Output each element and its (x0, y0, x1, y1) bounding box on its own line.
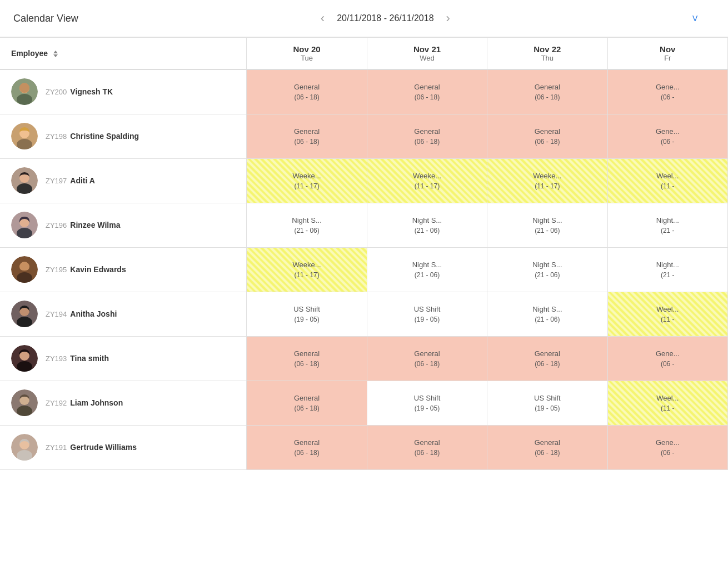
employee-name: Kavin Edwards (70, 265, 126, 274)
employee-cell[interactable]: ZY196Rinzee Wilma (0, 203, 247, 247)
shift-time: (19 - 05) (415, 404, 440, 412)
employee-cell[interactable]: ZY195Kavin Edwards (0, 247, 247, 292)
employee-cell[interactable]: ZY194Anitha Joshi (0, 292, 247, 336)
sort-icon (53, 51, 58, 57)
table-row: ZY197Aditi AWeeke...(11 - 17)Weeke...(11… (0, 158, 728, 203)
shift-cell[interactable]: General(06 - 18) (247, 114, 367, 158)
employee-cell[interactable]: ZY197Aditi A (0, 158, 247, 203)
shift-name: General (535, 83, 560, 91)
shift-cell[interactable]: Night S...(21 - 06) (367, 203, 487, 247)
shift-name: Night S... (532, 216, 562, 224)
employee-name-group: ZY195Kavin Edwards (46, 265, 126, 274)
shift-time: (11 - (661, 182, 675, 190)
table-row: ZY194Anitha JoshiUS Shift(19 - 05)US Shi… (0, 292, 728, 336)
shift-name: US Shift (414, 305, 441, 313)
day-col-2: Nov 22 Thu (487, 38, 607, 69)
employee-cell[interactable]: ZY200Vignesh TK (0, 69, 247, 114)
shift-cell[interactable]: Night S...(21 - 06) (487, 203, 607, 247)
shift-cell[interactable]: General(06 - 18) (367, 425, 487, 469)
column-headers: Employee Nov 20 Tue Nov 21 Wed Nov 22 (0, 38, 728, 69)
shift-time: (06 - 18) (294, 138, 319, 146)
shift-cell[interactable]: Gene...(06 - (607, 69, 727, 114)
shift-cell[interactable]: US Shift(19 - 05) (247, 292, 367, 336)
shift-cell[interactable]: Weeke...(11 - 17) (247, 247, 367, 292)
shift-time: (11 - (661, 404, 675, 412)
employee-cell[interactable]: ZY191Gertrude Williams (0, 425, 247, 469)
shift-name: Weel... (656, 305, 679, 313)
shift-name: Gene... (656, 83, 680, 91)
avatar (11, 345, 38, 372)
shift-cell[interactable]: Weel...(11 - (607, 158, 727, 203)
shift-cell[interactable]: General(06 - 18) (367, 114, 487, 158)
shift-time: (06 - 18) (535, 360, 560, 368)
shift-cell[interactable]: Night S...(21 - 06) (487, 292, 607, 336)
employee-cell[interactable]: ZY193Tina smith (0, 336, 247, 381)
employee-cell[interactable]: ZY192Liam Johnson (0, 381, 247, 425)
shift-cell[interactable]: Gene...(06 - (607, 425, 727, 469)
shift-time: (06 - 18) (415, 449, 440, 457)
shift-name: US Shift (293, 305, 320, 313)
view-link[interactable]: V (692, 14, 715, 23)
shift-cell[interactable]: General(06 - 18) (487, 336, 607, 381)
shift-cell[interactable]: General(06 - 18) (247, 69, 367, 114)
shift-cell[interactable]: US Shift(19 - 05) (367, 292, 487, 336)
employee-name: Liam Johnson (70, 398, 123, 407)
shift-cell[interactable]: General(06 - 18) (367, 336, 487, 381)
shift-cell[interactable]: Night S...(21 - 06) (367, 247, 487, 292)
shift-cell[interactable]: General(06 - 18) (367, 69, 487, 114)
shift-name: Night... (656, 216, 679, 224)
table-row: ZY196Rinzee WilmaNight S...(21 - 06)Nigh… (0, 203, 728, 247)
prev-arrow[interactable]: ‹ (315, 9, 330, 28)
date-range: 20/11/2018 - 26/11/2018 (337, 13, 433, 23)
shift-cell[interactable]: General(06 - 18) (247, 381, 367, 425)
shift-name: Weel... (656, 172, 679, 180)
shift-cell[interactable]: General(06 - 18) (247, 336, 367, 381)
shift-time: (11 - 17) (535, 182, 560, 190)
shift-cell[interactable]: Gene...(06 - (607, 336, 727, 381)
shift-cell[interactable]: Gene...(06 - (607, 114, 727, 158)
shift-cell[interactable]: General(06 - 18) (487, 114, 607, 158)
shift-cell[interactable]: Weeke...(11 - 17) (487, 158, 607, 203)
employee-column-header[interactable]: Employee (0, 38, 247, 69)
shift-cell[interactable]: Night S...(21 - 06) (487, 247, 607, 292)
shift-cell[interactable]: Weeke...(11 - 17) (367, 158, 487, 203)
avatar (11, 434, 38, 461)
employee-name: Aditi A (70, 176, 95, 185)
shift-name: General (414, 127, 440, 136)
shift-cell[interactable]: US Shift(19 - 05) (487, 381, 607, 425)
calendar-view-title: Calendar View (13, 13, 78, 24)
avatar (11, 78, 38, 105)
employee-id: ZY198 (46, 132, 67, 141)
shift-cell[interactable]: Night...(21 - (607, 247, 727, 292)
next-arrow[interactable]: › (441, 9, 456, 28)
shift-time: (06 - 18) (294, 93, 319, 101)
calendar-container: Employee Nov 20 Tue Nov 21 Wed Nov 22 (0, 38, 728, 470)
avatar (11, 212, 38, 238)
avatar (11, 256, 38, 283)
employee-name-group: ZY193Tina smith (46, 354, 109, 363)
table-row: ZY195Kavin EdwardsWeeke...(11 - 17)Night… (0, 247, 728, 292)
shift-cell[interactable]: Weel...(11 - (607, 292, 727, 336)
employee-cell[interactable]: ZY198Christine Spalding (0, 114, 247, 158)
day-weekday-2: Thu (496, 54, 598, 62)
header: Calendar View ‹ 20/11/2018 - 26/11/2018 … (0, 0, 728, 38)
shift-time: (19 - 05) (535, 404, 560, 412)
shift-cell[interactable]: Weeke...(11 - 17) (247, 158, 367, 203)
avatar (11, 123, 38, 149)
shift-cell[interactable]: General(06 - 18) (487, 69, 607, 114)
shift-time: (21 - 06) (294, 227, 319, 234)
shift-name: General (294, 438, 320, 447)
shift-cell[interactable]: Night S...(21 - 06) (247, 203, 367, 247)
shift-cell[interactable]: Night...(21 - (607, 203, 727, 247)
header-nav: ‹ 20/11/2018 - 26/11/2018 › (315, 9, 456, 28)
shift-time: (06 - (661, 138, 675, 146)
shift-name: Night S... (532, 305, 562, 313)
shift-time: (11 - 17) (294, 182, 319, 190)
shift-time: (21 - 06) (535, 316, 560, 323)
table-row: ZY192Liam JohnsonGeneral(06 - 18)US Shif… (0, 381, 728, 425)
day-date-3: Nov (617, 44, 719, 54)
shift-cell[interactable]: General(06 - 18) (487, 425, 607, 469)
shift-cell[interactable]: Weel...(11 - (607, 381, 727, 425)
shift-cell[interactable]: General(06 - 18) (247, 425, 367, 469)
shift-cell[interactable]: US Shift(19 - 05) (367, 381, 487, 425)
